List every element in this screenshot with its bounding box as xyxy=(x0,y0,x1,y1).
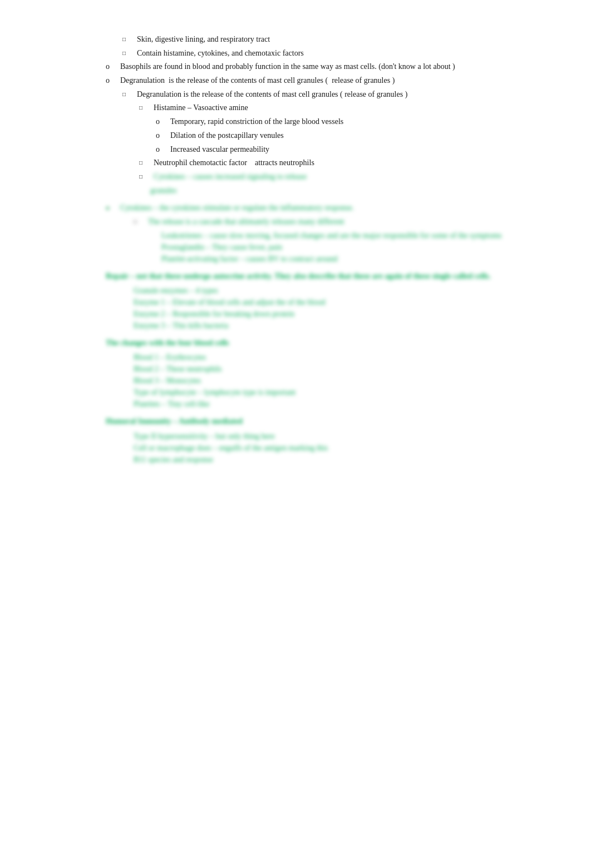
bullet-icon: □ xyxy=(122,90,134,98)
blurred-text: Platelets – Tiny cell-like xyxy=(134,398,523,410)
blurred-item: o Cytokines – the cytokines stimulate or… xyxy=(89,202,523,214)
bullet-o: o xyxy=(106,61,118,72)
item-text: Basophils are found in blood and probabl… xyxy=(120,61,523,73)
item-text: Neutrophil chemotactic factor attracts n… xyxy=(154,157,523,169)
blurred-text: Blood 1 – Erythrocytes xyxy=(134,351,523,363)
item-text: Degranulation is the release of the cont… xyxy=(120,75,523,87)
bullet-icon: □ xyxy=(122,49,134,57)
blurred-subblock: Leukotrienes – cause slow moving, focuse… xyxy=(89,230,523,265)
blurred-humoral-sub: Type II hypersensitivity – but only thin… xyxy=(89,430,523,465)
list-item: □ Neutrophil chemotactic factor attracts… xyxy=(89,157,523,169)
bullet-o: o xyxy=(106,202,118,214)
item-text: Temporary, rapid constriction of the lar… xyxy=(170,116,523,128)
blurred-text: Leukotrienes – cause slow moving, focuse… xyxy=(161,230,523,241)
bullet-icon: □ xyxy=(134,217,145,226)
item-text: Skin, digestive lining, and respiratory … xyxy=(137,33,523,46)
list-item: □ Contain histamine, cytokines, and chem… xyxy=(89,47,523,59)
item-text: Contain histamine, cytokines, and chemot… xyxy=(137,47,523,59)
blurred-text: Enzyme 3 – This kills bacteria xyxy=(134,320,523,331)
item-text: Dilation of the postcapillary venules xyxy=(170,130,523,142)
list-item: o Dilation of the postcapillary venules xyxy=(89,130,523,142)
blurred-section-4: Humoral Immunity – Antibody mediated Typ… xyxy=(89,415,523,465)
blurred-text: Type of lymphocyte – lymphocyte type is … xyxy=(134,386,523,398)
blurred-text: Cytokines – the cytokines stimulate or r… xyxy=(120,202,523,214)
item-text-blurred: Cytokines – causes increased signaling t… xyxy=(154,171,523,183)
bullet-icon: □ xyxy=(139,103,150,112)
blurred-text: Humoral Immunity – Antibody mediated xyxy=(106,415,523,428)
bullet-icon: □ xyxy=(139,172,150,181)
blurred-section-1: o Cytokines – the cytokines stimulate or… xyxy=(89,202,523,264)
blurred-text: Granule enzymes – 4 types xyxy=(134,285,523,296)
bullet-o: o xyxy=(156,143,168,155)
blurred-item: □ The release is a cascade that ultimate… xyxy=(89,216,523,228)
blurred-text: Enzyme 2 – Responsible for breaking down… xyxy=(134,308,523,320)
item-text: Histamine – Vasoactive amine xyxy=(154,102,523,114)
bullet-icon: □ xyxy=(139,158,150,167)
blurred-text: Enzyme 1 – Elevate of blood cells and ad… xyxy=(134,296,523,308)
list-item-blurred: □ Cytokines – causes increased signaling… xyxy=(89,171,523,183)
blurred-text: granules xyxy=(150,185,523,197)
blurred-text: The changes with the four blood cells xyxy=(106,337,523,349)
bullet-o: o xyxy=(106,75,118,86)
blurred-humoral: Humoral Immunity – Antibody mediated xyxy=(89,415,523,428)
blurred-text: Repair – not that these undergo autocrin… xyxy=(106,270,523,282)
main-content: □ Skin, digestive lining, and respirator… xyxy=(89,33,523,465)
list-item: o Basophils are found in blood and proba… xyxy=(89,61,523,73)
blurred-text: Type II hypersensitivity – but only thin… xyxy=(134,430,523,442)
blurred-section-2: Repair – not that these undergo autocrin… xyxy=(89,270,523,331)
list-item: o Temporary, rapid constriction of the l… xyxy=(89,116,523,128)
list-item-blurred-2: granules xyxy=(89,185,523,197)
list-item: □ Degranulation is the release of the co… xyxy=(89,88,523,101)
bullet-o: o xyxy=(156,116,168,127)
blurred-text: B11 species and response xyxy=(134,454,523,465)
blurred-section-3: The changes with the four blood cells Bl… xyxy=(89,337,523,410)
bullet-o: o xyxy=(156,130,168,141)
blurred-repair-sub: Granule enzymes – 4 types Enzyme 1 – Ele… xyxy=(89,285,523,331)
blurred-changes: The changes with the four blood cells xyxy=(89,337,523,349)
list-item: □ Skin, digestive lining, and respirator… xyxy=(89,33,523,46)
blurred-blood-list: Blood 1 – Erythrocytes Blood 2 – These n… xyxy=(89,351,523,410)
blurred-text: Blood 2 – These neutrophils xyxy=(134,363,523,375)
list-item: o Increased vascular permeability xyxy=(89,143,523,156)
blurred-repair: Repair – not that these undergo autocrin… xyxy=(89,270,523,282)
item-text: Increased vascular permeability xyxy=(170,143,523,156)
item-text: Degranulation is the release of the cont… xyxy=(137,88,523,101)
bullet-icon: □ xyxy=(122,35,134,43)
blurred-text: Prostaglandin – They cause fever, pain xyxy=(161,241,523,253)
list-item: o Degranulation is the release of the co… xyxy=(89,75,523,87)
blurred-text: Cell or macrophage does – engulfs of the… xyxy=(134,442,523,454)
list-item: □ Histamine – Vasoactive amine xyxy=(89,102,523,114)
blurred-text: Blood 3 – Monocytes xyxy=(134,375,523,386)
blurred-text: Platelet-activating factor – causes BV t… xyxy=(161,253,523,265)
blurred-text: The release is a cascade that ultimately… xyxy=(148,216,523,228)
